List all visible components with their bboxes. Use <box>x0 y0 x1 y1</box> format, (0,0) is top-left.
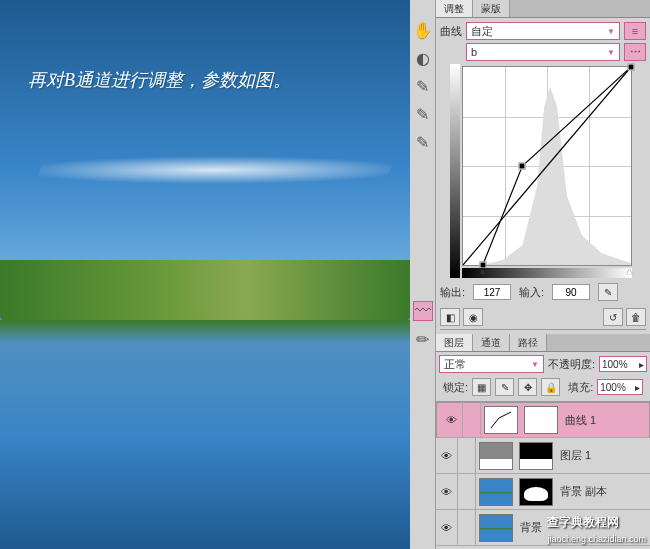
clip-toggle-icon[interactable]: ◧ <box>440 308 460 326</box>
auto-button[interactable]: ⋯ <box>624 43 646 61</box>
layer-row[interactable]: 👁 图层 1 <box>436 438 650 474</box>
layer-link[interactable] <box>458 474 476 510</box>
lock-pixels-icon[interactable]: ✎ <box>495 378 514 396</box>
annotation-text: 再对B通道进行调整，参数如图。 <box>28 68 291 92</box>
curves-preset-select[interactable]: 自定 ▼ <box>466 22 620 40</box>
curve-graph[interactable] <box>462 66 632 266</box>
output-label: 输出: <box>440 285 465 300</box>
fill-field[interactable]: 100%▸ <box>597 379 643 395</box>
layers-tabs: 图层 通道 路径 <box>436 334 650 352</box>
layer-name[interactable]: 图层 1 <box>560 448 650 463</box>
eyedropper-black-icon[interactable]: ✎ <box>598 283 618 301</box>
lock-transparency-icon[interactable]: ▦ <box>472 378 491 396</box>
slider-white-icon[interactable]: ▲ <box>625 266 634 276</box>
curves-panel: 曲线 自定 ▼ ≡ b ▼ ⋯ <box>436 18 650 334</box>
visibility-icon[interactable]: ◉ <box>463 308 483 326</box>
layer-thumb[interactable] <box>479 514 513 542</box>
slider-black-icon[interactable]: ▲ <box>478 266 487 276</box>
blend-mode-value: 正常 <box>444 357 466 372</box>
curve-point-highlight[interactable] <box>628 64 635 71</box>
layer-link[interactable] <box>458 510 476 546</box>
fill-label: 填充: <box>568 380 593 395</box>
eye-icon[interactable]: 👁 <box>436 510 458 546</box>
curve-line <box>463 67 631 265</box>
lock-position-icon[interactable]: ✥ <box>518 378 537 396</box>
eyedropper-minus-icon[interactable]: ✎ <box>413 132 433 152</box>
channel-select[interactable]: b ▼ <box>466 43 620 61</box>
chevron-down-icon: ▼ <box>607 48 615 57</box>
curve-point-mid[interactable] <box>518 163 525 170</box>
reset-icon[interactable]: ↺ <box>603 308 623 326</box>
opacity-field[interactable]: 100%▸ <box>599 356 647 372</box>
document-canvas[interactable]: 再对B通道进行调整，参数如图。 <box>0 0 410 549</box>
layer-thumb-curves[interactable] <box>484 406 518 434</box>
lock-label: 锁定: <box>443 380 468 395</box>
curves-footer-buttons: ◧ ◉ ↺ 🗑 <box>440 308 646 330</box>
layer-link[interactable] <box>463 402 481 438</box>
hand-icon[interactable]: ✋ <box>413 20 433 40</box>
eye-icon[interactable]: 👁 <box>441 402 463 438</box>
eyedropper-icon[interactable]: ✎ <box>413 76 433 96</box>
layer-mask-thumb[interactable] <box>519 478 553 506</box>
image-sky <box>0 0 410 280</box>
lock-all-icon[interactable]: 🔒 <box>541 378 560 396</box>
tab-adjust[interactable]: 调整 <box>436 0 473 17</box>
curves-preset-value: 自定 <box>471 24 493 39</box>
watermark: 查字典教程网 jiaocheng.chazidian.com <box>547 514 646 545</box>
opacity-label: 不透明度: <box>548 357 595 372</box>
output-gradient <box>450 64 460 278</box>
layer-thumb[interactable] <box>479 478 513 506</box>
chevron-down-icon: ▼ <box>607 27 615 36</box>
layer-row[interactable]: 👁 曲线 1 <box>436 402 650 438</box>
layer-row[interactable]: 👁 背景 副本 <box>436 474 650 510</box>
adjust-tabs: 调整 蒙版 <box>436 0 650 18</box>
chevron-right-icon: ▸ <box>639 359 644 370</box>
layer-name[interactable]: 曲线 1 <box>565 413 645 428</box>
chevron-right-icon: ▸ <box>635 382 640 393</box>
layer-mask-thumb[interactable] <box>524 406 558 434</box>
tab-channels[interactable]: 通道 <box>473 334 510 351</box>
layer-mask-thumb[interactable] <box>519 442 553 470</box>
tab-layers[interactable]: 图层 <box>436 334 473 351</box>
input-field[interactable] <box>552 284 590 300</box>
layer-link[interactable] <box>458 438 476 474</box>
pencil-tool-icon[interactable]: ✏ <box>413 329 433 349</box>
tab-mask[interactable]: 蒙版 <box>473 0 510 17</box>
tab-paths[interactable]: 路径 <box>510 334 547 351</box>
delete-icon[interactable]: 🗑 <box>626 308 646 326</box>
eyedropper-plus-icon[interactable]: ✎ <box>413 104 433 124</box>
curve-tool-icon[interactable]: 〰 <box>413 301 433 321</box>
curves-label: 曲线 <box>440 24 462 39</box>
input-label: 输入: <box>519 285 544 300</box>
sampler-icon[interactable]: ◐ <box>413 48 433 68</box>
adjustment-tool-strip: ✋ ◐ ✎ ✎ ✎ 〰 ✏ <box>410 0 436 549</box>
input-gradient: ▲ ▲ <box>462 268 632 278</box>
svg-line-1 <box>463 67 631 265</box>
blend-mode-select[interactable]: 正常 ▼ <box>439 355 544 373</box>
image-water <box>0 320 410 549</box>
image-cloud <box>33 150 398 190</box>
chevron-down-icon: ▼ <box>531 360 539 369</box>
layer-name[interactable]: 背景 副本 <box>560 484 650 499</box>
eye-icon[interactable]: 👁 <box>436 438 458 474</box>
layer-thumb[interactable] <box>479 442 513 470</box>
eye-icon[interactable]: 👁 <box>436 474 458 510</box>
output-field[interactable] <box>473 284 511 300</box>
preset-menu-button[interactable]: ≡ <box>624 22 646 40</box>
channel-value: b <box>471 46 477 58</box>
